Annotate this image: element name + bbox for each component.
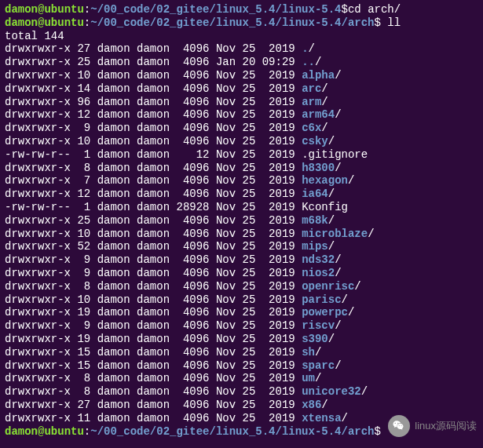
date: Nov 25 2019 (216, 174, 295, 187)
filename: xtensa (302, 412, 341, 424)
size: 4096 (176, 372, 209, 384)
listing-row: drwxrwxr-x 8 damon damon 4096 Nov 25 201… (5, 372, 478, 385)
size: 4096 (176, 162, 209, 174)
owner: damon (97, 385, 130, 398)
permissions: drwxrwxr-x (5, 306, 71, 319)
group: damon (137, 108, 170, 121)
listing-row: -rw-rw-r-- 1 damon damon 12 Nov 25 2019 … (5, 148, 478, 162)
group: damon (137, 56, 170, 68)
link-count: 11 (77, 412, 90, 424)
link-count: 15 (77, 359, 90, 372)
permissions: drwxrwxr-x (5, 346, 71, 359)
total-line: total 144 (5, 30, 478, 43)
permissions: drwxrwxr-x (5, 385, 71, 398)
size: 4096 (176, 319, 209, 332)
link-count: 1 (77, 148, 90, 161)
link-count: 8 (77, 162, 90, 174)
date: Nov 25 2019 (216, 96, 295, 108)
group: damon (137, 228, 170, 240)
size: 4096 (176, 135, 209, 148)
permissions: drwxrwxr-x (5, 399, 71, 411)
permissions: drwxrwxr-x (5, 412, 71, 424)
owner: damon (97, 122, 130, 134)
size: 4096 (176, 240, 209, 253)
permissions: drwxrwxr-x (5, 214, 71, 227)
date: Nov 25 2019 (216, 42, 295, 55)
owner: damon (97, 201, 130, 213)
listing-row: -rw-rw-r-- 1 damon damon 28928 Nov 25 20… (5, 201, 478, 214)
date: Nov 25 2019 (216, 188, 295, 200)
listing-row: drwxrwxr-x 8 damon damon 4096 Nov 25 201… (5, 385, 478, 399)
date: Nov 25 2019 (216, 108, 295, 121)
link-count: 96 (77, 96, 90, 108)
link-count: 8 (77, 372, 90, 384)
group: damon (137, 69, 170, 82)
group: damon (137, 267, 170, 279)
permissions: drwxrwxr-x (5, 333, 71, 345)
date: Nov 25 2019 (216, 267, 295, 279)
file-listing: drwxrwxr-x 27 damon damon 4096 Nov 25 20… (5, 42, 478, 424)
link-count: 19 (77, 333, 90, 345)
group: damon (137, 162, 170, 174)
group: damon (137, 306, 170, 319)
filename: mips (302, 240, 328, 253)
size: 4096 (176, 56, 209, 68)
size: 4096 (176, 82, 209, 95)
permissions: drwxrwxr-x (5, 56, 71, 68)
link-count: 15 (77, 346, 90, 359)
listing-row: drwxrwxr-x 12 damon damon 4096 Nov 25 20… (5, 108, 478, 122)
filename: openrisc (302, 280, 354, 293)
link-count: 7 (77, 174, 90, 187)
prompt-line: damon@ubuntu:~/00_code/02_gitee/linux_5.… (5, 16, 478, 30)
date: Nov 25 2019 (216, 253, 295, 266)
link-count: 9 (77, 253, 90, 266)
link-count: 9 (77, 267, 90, 279)
link-count: 9 (77, 122, 90, 134)
group: damon (137, 82, 170, 95)
date: Nov 25 2019 (216, 280, 295, 293)
date: Nov 25 2019 (216, 399, 295, 411)
group: damon (137, 359, 170, 372)
link-count: 8 (77, 280, 90, 293)
permissions: drwxrwxr-x (5, 82, 71, 95)
filename: .gitignore (302, 148, 368, 161)
date: Nov 25 2019 (216, 240, 295, 253)
group: damon (137, 42, 170, 55)
size: 4096 (176, 306, 209, 319)
owner: damon (97, 399, 130, 411)
listing-row: drwxrwxr-x 9 damon damon 4096 Nov 25 201… (5, 267, 478, 280)
owner: damon (97, 96, 130, 108)
size: 4096 (176, 333, 209, 345)
permissions: drwxrwxr-x (5, 253, 71, 266)
link-count: 12 (77, 108, 90, 121)
size: 4096 (176, 385, 209, 398)
size: 4096 (176, 359, 209, 372)
terminal-output[interactable]: damon@ubuntu:~/00_code/02_gitee/linux_5.… (0, 0, 483, 441)
permissions: drwxrwxr-x (5, 188, 71, 200)
permissions: drwxrwxr-x (5, 359, 71, 372)
date: Nov 25 2019 (216, 293, 295, 306)
filename: csky (302, 135, 328, 148)
owner: damon (97, 148, 130, 161)
size: 4096 (176, 108, 209, 121)
permissions: drwxrwxr-x (5, 319, 71, 332)
listing-row: drwxrwxr-x 27 damon damon 4096 Nov 25 20… (5, 42, 478, 56)
filename: arc (302, 82, 321, 95)
group: damon (137, 240, 170, 253)
group: damon (137, 385, 170, 398)
group: damon (137, 214, 170, 227)
date: Nov 25 2019 (216, 135, 295, 148)
size: 4096 (176, 399, 209, 411)
permissions: drwxrwxr-x (5, 162, 71, 174)
owner: damon (97, 162, 130, 174)
group: damon (137, 319, 170, 332)
filename: nios2 (302, 267, 335, 279)
group: damon (137, 96, 170, 108)
permissions: drwxrwxr-x (5, 174, 71, 187)
size: 4096 (176, 122, 209, 134)
date: Nov 25 2019 (216, 359, 295, 372)
size: 4096 (176, 42, 209, 55)
listing-row: drwxrwxr-x 12 damon damon 4096 Nov 25 20… (5, 188, 478, 201)
link-count: 14 (77, 82, 90, 95)
group: damon (137, 201, 170, 213)
